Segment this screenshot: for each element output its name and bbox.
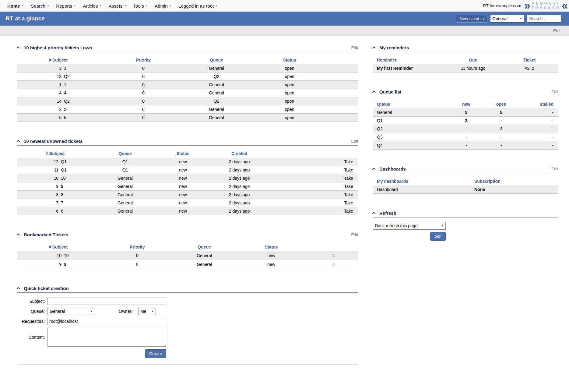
dashboard-link[interactable]: Dashboard — [377, 187, 398, 192]
queue-open-count[interactable]: 5 — [500, 110, 503, 115]
ticket-id-link[interactable]: 4 — [59, 90, 61, 95]
bookmark-star-icon[interactable]: ☆ — [332, 262, 335, 267]
portlet-edit-link[interactable]: Edit — [351, 232, 358, 237]
take-link[interactable]: Take — [344, 200, 353, 205]
ticket-id-link[interactable]: 9 — [59, 262, 61, 267]
column-header-queue[interactable]: Queue — [93, 149, 157, 158]
ticket-id-link[interactable]: 9 — [56, 184, 58, 189]
ticket-id-link[interactable]: 7 — [56, 200, 58, 205]
menu-reports[interactable]: Reports ▾ — [52, 0, 79, 12]
column-header-queue[interactable]: Queue — [188, 56, 245, 64]
content-field[interactable] — [47, 328, 166, 347]
ticket-subject-link[interactable]: Q1 — [61, 168, 67, 172]
column-header-subject[interactable]: # Subject — [17, 56, 99, 64]
queue-link[interactable]: General — [197, 253, 212, 258]
menu-home[interactable]: Home ▾ — [4, 0, 27, 12]
ticket-subject-link[interactable]: 7 — [61, 200, 63, 205]
ticket-id-link[interactable]: 6 — [56, 209, 58, 214]
queue-link[interactable]: Q4 — [377, 143, 383, 148]
column-header-subject[interactable]: # Subject — [17, 243, 99, 251]
ticket-id-link[interactable]: 8 — [56, 192, 58, 197]
take-link[interactable]: Take — [344, 168, 353, 172]
create-button[interactable]: Create — [145, 349, 166, 358]
take-link[interactable]: Take — [344, 192, 353, 197]
menu-articles[interactable]: Articles ▾ — [79, 0, 105, 12]
queue-link[interactable]: General — [118, 200, 133, 205]
column-header-priority[interactable]: Priority — [99, 56, 188, 64]
queue-link[interactable]: Q1 — [122, 168, 128, 172]
ticket-id-link[interactable]: 3 — [59, 66, 61, 71]
queue-link[interactable]: Q1 — [122, 159, 128, 164]
ticket-subject-link[interactable]: 9 — [61, 184, 63, 189]
queue-link[interactable]: General — [118, 176, 133, 181]
menu-tools[interactable]: Tools ▾ — [130, 0, 151, 12]
queue-link[interactable]: Q3 — [377, 135, 383, 139]
take-link[interactable]: Take — [344, 176, 353, 181]
queue-link[interactable]: General — [118, 209, 133, 214]
ticket-id-link[interactable]: 13 — [57, 74, 61, 79]
ticket-id-link[interactable]: 11 — [54, 168, 58, 172]
queue-link[interactable]: Q2 — [377, 126, 383, 131]
bookmark-star-icon[interactable]: ☆ — [332, 253, 335, 258]
queue-link[interactable]: General — [209, 82, 224, 87]
ticket-subject-link[interactable]: 8 — [61, 192, 63, 197]
collapse-icon[interactable] — [373, 211, 379, 215]
ticket-id-link[interactable]: 2 — [59, 107, 61, 112]
menu-search[interactable]: Search ▾ — [27, 0, 52, 12]
take-link[interactable]: Take — [344, 184, 353, 189]
portlet-edit-link[interactable]: Edit — [351, 45, 358, 50]
menu-admin[interactable]: Admin ▾ — [151, 0, 175, 12]
queue-link[interactable]: General — [118, 184, 133, 189]
ticket-subject-link[interactable]: Q2 — [64, 74, 70, 79]
reminder-link[interactable]: My first Reminder — [377, 66, 413, 71]
menu-logged-in-as-root[interactable]: Logged in as root ▾ — [175, 0, 221, 12]
collapse-icon[interactable] — [373, 90, 379, 94]
collapse-icon[interactable] — [17, 233, 24, 236]
menu-assets[interactable]: Assets ▾ — [105, 0, 130, 12]
page-edit-link[interactable]: Edit — [553, 28, 560, 33]
portlet-edit-link[interactable]: Edit — [552, 167, 558, 171]
ticket-subject-link[interactable]: 2 — [64, 107, 66, 112]
ticket-subject-link[interactable]: 1 — [64, 82, 66, 87]
owner-select[interactable]: Me ▼ — [138, 308, 156, 315]
ticket-id-link[interactable]: 10 — [57, 253, 61, 258]
ticket-id-link[interactable]: 12 — [54, 159, 58, 164]
column-header-queue[interactable]: Queue — [175, 243, 233, 251]
collapse-icon[interactable] — [17, 46, 24, 49]
take-link[interactable]: Take — [344, 159, 353, 164]
collapse-icon[interactable] — [17, 287, 24, 290]
queue-link[interactable]: General — [209, 66, 224, 71]
queue-new-count[interactable]: 2 — [465, 118, 468, 123]
column-header-subject[interactable]: # Subject — [17, 149, 93, 158]
queue-link[interactable]: General — [197, 262, 212, 267]
ticket-subject-link[interactable]: 6 — [61, 209, 63, 214]
ticket-id-link[interactable]: 1 — [59, 82, 61, 87]
queue-link[interactable]: Q2 — [214, 74, 220, 79]
ticket-id-link[interactable]: 10 — [54, 176, 58, 181]
queue-link[interactable]: General — [209, 90, 224, 95]
new-ticket-queue-select[interactable]: General ▼ — [490, 15, 524, 23]
search-input[interactable] — [527, 15, 561, 23]
queue-link[interactable]: General — [377, 110, 392, 115]
queue-select[interactable]: General ▼ — [47, 308, 95, 315]
column-header-status[interactable]: Status — [245, 56, 334, 64]
collapse-icon[interactable] — [373, 46, 379, 49]
ticket-subject-link[interactable]: 10 — [61, 176, 66, 181]
collapse-icon[interactable] — [17, 139, 24, 143]
ticket-subject-link[interactable]: 5 — [64, 115, 66, 120]
ticket-subject-link[interactable]: 4 — [64, 90, 66, 95]
queue-link[interactable]: Q1 — [377, 118, 383, 123]
ticket-subject-link[interactable]: Q2 — [64, 99, 70, 104]
column-header-priority[interactable]: Priority — [99, 243, 175, 251]
ticket-id-link[interactable]: 5 — [59, 115, 61, 120]
column-header-status[interactable]: Status — [157, 149, 209, 158]
ticket-subject-link[interactable]: 3 — [64, 66, 66, 71]
queue-link[interactable]: General — [209, 115, 224, 120]
new-ticket-button[interactable]: New ticket in — [456, 15, 487, 23]
ticket-id-link[interactable]: 14 — [57, 99, 61, 104]
queue-link[interactable]: General — [209, 107, 224, 112]
collapse-icon[interactable] — [373, 167, 379, 171]
queue-link[interactable]: Q2 — [214, 99, 220, 104]
ticket-subject-link[interactable]: 10 — [64, 253, 69, 258]
ticket-subject-link[interactable]: Q1 — [61, 159, 67, 164]
